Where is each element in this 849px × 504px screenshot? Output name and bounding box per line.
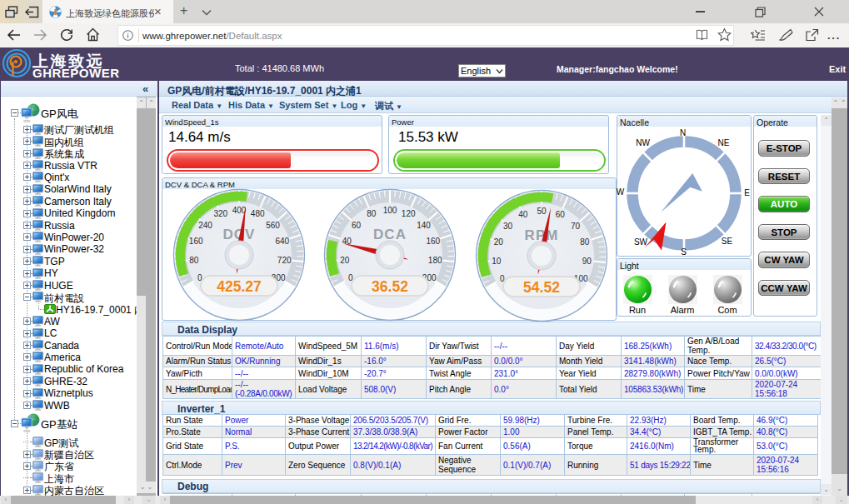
svg-text:E: E bbox=[744, 187, 750, 197]
svg-text:320: 320 bbox=[213, 209, 227, 218]
svg-text:20: 20 bbox=[340, 255, 350, 264]
svg-text:640: 640 bbox=[275, 237, 289, 246]
svg-text:10: 10 bbox=[492, 257, 502, 266]
svg-text:180: 180 bbox=[427, 255, 442, 264]
svg-text:SE: SE bbox=[721, 236, 732, 245]
svg-text:NW: NW bbox=[636, 138, 650, 147]
svg-text:20: 20 bbox=[493, 237, 503, 247]
svg-text:60: 60 bbox=[351, 220, 361, 229]
svg-text:560: 560 bbox=[266, 221, 280, 230]
svg-text:70: 70 bbox=[570, 222, 580, 231]
svg-text:SW: SW bbox=[633, 237, 647, 247]
svg-text:480: 480 bbox=[250, 209, 264, 218]
svg-text:160: 160 bbox=[188, 237, 202, 246]
svg-text:40: 40 bbox=[518, 210, 528, 219]
svg-text:DCA: DCA bbox=[373, 227, 407, 242]
svg-text:100: 100 bbox=[382, 205, 397, 214]
svg-text:S: S bbox=[681, 247, 687, 257]
svg-text:W: W bbox=[616, 187, 624, 196]
svg-text:80: 80 bbox=[580, 237, 590, 247]
svg-text:240: 240 bbox=[198, 221, 212, 230]
svg-text:80: 80 bbox=[189, 256, 199, 265]
svg-text:120: 120 bbox=[401, 209, 415, 218]
svg-text:140: 140 bbox=[417, 220, 431, 229]
svg-text:80: 80 bbox=[367, 209, 377, 218]
svg-text:54.52: 54.52 bbox=[523, 279, 560, 296]
svg-text:720: 720 bbox=[277, 256, 291, 265]
svg-text:NE: NE bbox=[717, 138, 729, 147]
svg-text:160: 160 bbox=[426, 237, 440, 246]
svg-text:RPM: RPM bbox=[524, 227, 558, 243]
svg-text:425.27: 425.27 bbox=[217, 278, 262, 295]
svg-text:N: N bbox=[679, 128, 685, 137]
svg-text:50: 50 bbox=[537, 207, 547, 216]
svg-text:60: 60 bbox=[555, 210, 565, 219]
svg-text:36.52: 36.52 bbox=[372, 278, 408, 295]
svg-text:30: 30 bbox=[502, 222, 512, 231]
svg-text:90: 90 bbox=[582, 257, 592, 266]
